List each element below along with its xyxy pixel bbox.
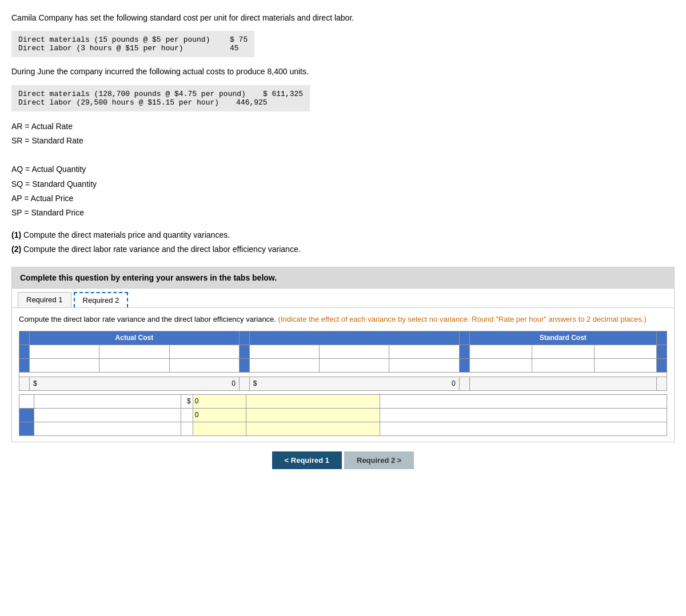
input-var-val1a[interactable] [195,397,244,405]
row2-mid-1[interactable] [249,358,319,372]
var-label-2[interactable] [34,408,181,422]
input-row2-sc1[interactable] [472,360,530,371]
nav-buttons: < Required 1 Required 2 > [11,451,675,469]
row1-ac-1[interactable] [30,345,99,358]
tab-required-2[interactable]: Required 2 [74,292,129,307]
row2-arrow2 [239,358,249,372]
intro-text: Camila Company has set the following sta… [11,11,675,24]
input-var-label3[interactable] [36,423,179,434]
input-row1-ac2[interactable] [101,346,167,357]
std-labor-label: Direct labor (3 hours @ $15 per hour) [18,44,213,53]
input-row1-mid2[interactable] [321,346,387,357]
input-row1-ac1[interactable] [31,346,97,357]
var-val-1b[interactable] [246,394,380,408]
complete-bar: Complete this question by entering your … [11,267,675,289]
spacer-row [19,372,667,377]
row1-mid-1[interactable] [249,345,319,358]
row2-sc-2[interactable] [532,358,594,372]
arrow-col-2 [239,331,249,345]
input-row1-sc2[interactable] [534,346,592,357]
row1-arrow2 [239,345,249,358]
var-dollar-3 [181,422,193,435]
var-dollar-2 [181,408,193,422]
input-var-val3a[interactable] [195,425,244,433]
input-row2-ac1[interactable] [31,360,97,371]
row1-sc-3[interactable] [594,345,656,358]
input-row1-mid3[interactable] [391,346,457,357]
row2-mid-3[interactable] [389,358,459,372]
standard-cost-header: Standard Cost [469,331,656,345]
input-row1-sc3[interactable] [596,346,655,357]
row2-mid-2[interactable] [320,358,389,372]
middle-header [249,331,459,345]
task-2: (2) Compute the direct labor rate varian… [11,242,675,257]
std-labor-value: 45 [230,44,239,53]
var-arrow-2 [19,408,34,422]
input-var-val1b[interactable] [248,397,378,405]
tabs-row: Required 1 Required 2 [12,289,674,308]
var-val-2a[interactable] [193,408,246,422]
row2-sc-3[interactable] [594,358,656,372]
row2-ac-1[interactable] [30,358,99,372]
row2-arrow4 [657,358,667,372]
arrow-col-1 [19,331,30,345]
act-labor-value: 446,925 [236,98,268,107]
row1-mid-3[interactable] [389,345,459,358]
row1-arrow3 [459,345,469,358]
input-row2-mid3[interactable] [391,360,457,371]
var-val-2b[interactable] [246,408,380,422]
abbrev-aq: AQ = Actual Quantity [11,162,675,177]
var-val-3a[interactable] [193,422,246,435]
input-var-label1[interactable] [36,396,179,407]
row1-sc-2[interactable] [532,345,594,358]
row1-sc-1[interactable] [469,345,532,358]
total-ac: $ [30,377,240,390]
input-row2-sc2[interactable] [534,360,592,371]
row1-ac-2[interactable] [99,345,169,358]
input-var-label2[interactable] [36,410,179,421]
std-mat-label: Direct materials (15 pounds @ $5 per pou… [18,35,213,44]
row2-ac-2[interactable] [99,358,169,372]
variance-row-2 [19,408,667,422]
row2-arrow3 [459,358,469,372]
var-val-1a[interactable] [193,394,246,408]
variance-row-1: $ [19,394,667,408]
input-row2-ac3[interactable] [172,360,237,371]
prev-button[interactable]: < Required 1 [272,451,342,469]
row1-arrow1 [19,345,30,358]
row2-arrow1 [19,358,30,372]
input-var-val2b[interactable] [248,411,378,419]
input-row1-ac3[interactable] [172,346,237,357]
abbreviations: AR = Actual Rate SR = Standard Rate AQ =… [11,119,675,220]
row1-arrow4 [657,345,667,358]
next-button[interactable]: Required 2 > [344,451,414,469]
total-mid: $ [249,377,459,390]
instruction-text: Compute the direct labor rate variance a… [19,314,667,325]
row2-ac-3[interactable] [169,358,239,372]
actual-intro-text: During June the company incurred the fol… [11,65,675,78]
row2-sc-1[interactable] [469,358,532,372]
tasks: (1) Compute the direct materials price a… [11,228,675,257]
input-var-val2a[interactable] [195,411,244,419]
table-row [19,345,667,358]
input-total-ac[interactable] [39,379,237,387]
input-row1-sc1[interactable] [472,346,530,357]
input-row1-mid1[interactable] [252,346,317,357]
var-dollar-1: $ [181,394,193,408]
input-row2-sc3[interactable] [596,360,655,371]
variance-row-3 [19,422,667,435]
var-val-3b[interactable] [246,422,380,435]
var-label-1[interactable] [34,394,181,408]
row1-ac-3[interactable] [169,345,239,358]
input-row2-mid1[interactable] [252,360,317,371]
total-sc [469,377,656,390]
arrow-col-4 [657,331,667,345]
var-label-3[interactable] [34,422,181,435]
tab-required-1[interactable]: Required 1 [18,292,71,307]
input-row2-mid2[interactable] [321,360,387,371]
input-var-val3b[interactable] [248,425,378,433]
row1-mid-2[interactable] [320,345,389,358]
input-total-mid[interactable] [259,379,457,387]
tabs-container: Required 1 Required 2 Compute the direct… [11,289,675,442]
input-row2-ac2[interactable] [101,360,167,371]
